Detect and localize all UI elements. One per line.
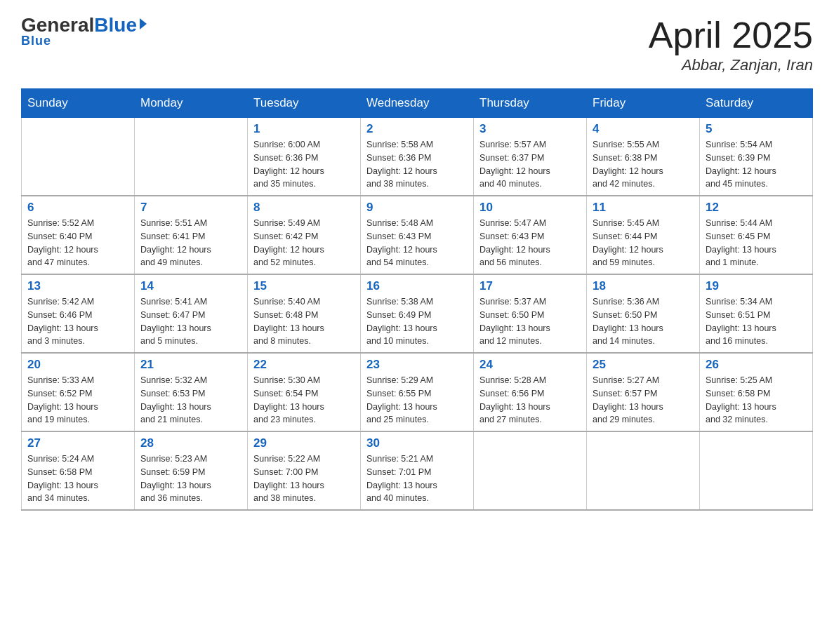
logo-underline: Blue [21, 34, 51, 48]
day-info-5: Sunrise: 5:54 AMSunset: 6:39 PMDaylight:… [706, 138, 807, 191]
header-wednesday: Wednesday [361, 89, 474, 118]
day-cell-15: 15Sunrise: 5:40 AMSunset: 6:48 PMDayligh… [248, 274, 361, 353]
day-info-14: Sunrise: 5:41 AMSunset: 6:47 PMDaylight:… [140, 295, 241, 348]
day-cell-6: 6Sunrise: 5:52 AMSunset: 6:40 PMDaylight… [22, 196, 135, 274]
header-saturday: Saturday [700, 89, 813, 118]
day-number-27: 27 [27, 436, 128, 450]
day-number-20: 20 [27, 358, 128, 372]
day-info-7: Sunrise: 5:51 AMSunset: 6:41 PMDaylight:… [140, 217, 241, 269]
calendar-table: SundayMondayTuesdayWednesdayThursdayFrid… [21, 88, 813, 511]
day-cell-2: 2Sunrise: 5:58 AMSunset: 6:36 PMDaylight… [361, 118, 474, 196]
day-info-24: Sunrise: 5:28 AMSunset: 6:56 PMDaylight:… [479, 374, 581, 427]
day-number-4: 4 [593, 122, 694, 136]
day-cell-21: 21Sunrise: 5:32 AMSunset: 6:53 PMDayligh… [135, 353, 248, 431]
day-number-17: 17 [479, 279, 581, 293]
day-number-25: 25 [593, 358, 694, 372]
day-number-19: 19 [706, 279, 807, 293]
day-cell-27: 27Sunrise: 5:24 AMSunset: 6:58 PMDayligh… [22, 431, 135, 510]
day-cell-20: 20Sunrise: 5:33 AMSunset: 6:52 PMDayligh… [22, 353, 135, 431]
day-number-18: 18 [593, 279, 694, 293]
day-number-16: 16 [366, 279, 468, 293]
day-number-10: 10 [479, 201, 581, 215]
day-cell-9: 9Sunrise: 5:48 AMSunset: 6:43 PMDaylight… [361, 196, 474, 274]
logo: General Blue Blue [21, 14, 147, 48]
day-cell-30: 30Sunrise: 5:21 AMSunset: 7:01 PMDayligh… [361, 431, 474, 510]
empty-cell [587, 431, 700, 510]
header-monday: Monday [135, 89, 248, 118]
day-info-25: Sunrise: 5:27 AMSunset: 6:57 PMDaylight:… [593, 374, 694, 427]
day-info-10: Sunrise: 5:47 AMSunset: 6:43 PMDaylight:… [479, 217, 581, 269]
day-cell-14: 14Sunrise: 5:41 AMSunset: 6:47 PMDayligh… [135, 274, 248, 353]
day-cell-18: 18Sunrise: 5:36 AMSunset: 6:50 PMDayligh… [587, 274, 700, 353]
day-number-21: 21 [140, 358, 241, 372]
day-number-29: 29 [253, 436, 355, 450]
day-info-11: Sunrise: 5:45 AMSunset: 6:44 PMDaylight:… [593, 217, 694, 269]
day-number-5: 5 [706, 122, 807, 136]
day-number-2: 2 [366, 122, 468, 136]
day-number-8: 8 [253, 201, 355, 215]
day-cell-1: 1Sunrise: 6:00 AMSunset: 6:36 PMDaylight… [248, 118, 361, 196]
day-info-12: Sunrise: 5:44 AMSunset: 6:45 PMDaylight:… [706, 217, 807, 269]
day-number-22: 22 [253, 358, 355, 372]
day-info-21: Sunrise: 5:32 AMSunset: 6:53 PMDaylight:… [140, 374, 241, 427]
week-row-3: 13Sunrise: 5:42 AMSunset: 6:46 PMDayligh… [22, 274, 813, 353]
empty-cell [474, 431, 587, 510]
day-number-26: 26 [706, 358, 807, 372]
day-info-16: Sunrise: 5:38 AMSunset: 6:49 PMDaylight:… [366, 295, 468, 348]
day-info-1: Sunrise: 6:00 AMSunset: 6:36 PMDaylight:… [253, 138, 355, 191]
day-number-12: 12 [706, 201, 807, 215]
day-info-13: Sunrise: 5:42 AMSunset: 6:46 PMDaylight:… [27, 295, 128, 348]
day-info-27: Sunrise: 5:24 AMSunset: 6:58 PMDaylight:… [27, 452, 128, 505]
week-row-5: 27Sunrise: 5:24 AMSunset: 6:58 PMDayligh… [22, 431, 813, 510]
day-info-28: Sunrise: 5:23 AMSunset: 6:59 PMDaylight:… [140, 452, 241, 505]
day-number-24: 24 [479, 358, 581, 372]
day-info-22: Sunrise: 5:30 AMSunset: 6:54 PMDaylight:… [253, 374, 355, 427]
day-number-3: 3 [479, 122, 581, 136]
day-number-28: 28 [140, 436, 241, 450]
day-cell-28: 28Sunrise: 5:23 AMSunset: 6:59 PMDayligh… [135, 431, 248, 510]
day-cell-29: 29Sunrise: 5:22 AMSunset: 7:00 PMDayligh… [248, 431, 361, 510]
day-info-8: Sunrise: 5:49 AMSunset: 6:42 PMDaylight:… [253, 217, 355, 269]
day-cell-24: 24Sunrise: 5:28 AMSunset: 6:56 PMDayligh… [474, 353, 587, 431]
day-number-14: 14 [140, 279, 241, 293]
day-cell-7: 7Sunrise: 5:51 AMSunset: 6:41 PMDaylight… [135, 196, 248, 274]
day-info-4: Sunrise: 5:55 AMSunset: 6:38 PMDaylight:… [593, 138, 694, 191]
header-sunday: Sunday [22, 89, 135, 118]
day-info-30: Sunrise: 5:21 AMSunset: 7:01 PMDaylight:… [366, 452, 468, 505]
day-number-9: 9 [366, 201, 468, 215]
day-cell-8: 8Sunrise: 5:49 AMSunset: 6:42 PMDaylight… [248, 196, 361, 274]
day-info-3: Sunrise: 5:57 AMSunset: 6:37 PMDaylight:… [479, 138, 581, 191]
logo-arrow-icon [140, 18, 147, 29]
day-number-15: 15 [253, 279, 355, 293]
day-number-11: 11 [593, 201, 694, 215]
empty-cell [700, 431, 813, 510]
day-number-1: 1 [253, 122, 355, 136]
day-cell-10: 10Sunrise: 5:47 AMSunset: 6:43 PMDayligh… [474, 196, 587, 274]
day-cell-26: 26Sunrise: 5:25 AMSunset: 6:58 PMDayligh… [700, 353, 813, 431]
day-number-13: 13 [27, 279, 128, 293]
location-title: Abbar, Zanjan, Iran [649, 56, 813, 74]
day-info-18: Sunrise: 5:36 AMSunset: 6:50 PMDaylight:… [593, 295, 694, 348]
calendar-header-row: SundayMondayTuesdayWednesdayThursdayFrid… [22, 89, 813, 118]
header-tuesday: Tuesday [248, 89, 361, 118]
header-friday: Friday [587, 89, 700, 118]
day-number-7: 7 [140, 201, 241, 215]
day-info-6: Sunrise: 5:52 AMSunset: 6:40 PMDaylight:… [27, 217, 128, 269]
empty-cell [135, 118, 248, 196]
day-info-17: Sunrise: 5:37 AMSunset: 6:50 PMDaylight:… [479, 295, 581, 348]
title-block: April 2025 Abbar, Zanjan, Iran [649, 14, 813, 74]
day-cell-3: 3Sunrise: 5:57 AMSunset: 6:37 PMDaylight… [474, 118, 587, 196]
day-cell-22: 22Sunrise: 5:30 AMSunset: 6:54 PMDayligh… [248, 353, 361, 431]
header-thursday: Thursday [474, 89, 587, 118]
day-cell-11: 11Sunrise: 5:45 AMSunset: 6:44 PMDayligh… [587, 196, 700, 274]
day-cell-16: 16Sunrise: 5:38 AMSunset: 6:49 PMDayligh… [361, 274, 474, 353]
day-number-30: 30 [366, 436, 468, 450]
day-info-20: Sunrise: 5:33 AMSunset: 6:52 PMDaylight:… [27, 374, 128, 427]
day-info-23: Sunrise: 5:29 AMSunset: 6:55 PMDaylight:… [366, 374, 468, 427]
day-cell-5: 5Sunrise: 5:54 AMSunset: 6:39 PMDaylight… [700, 118, 813, 196]
day-info-29: Sunrise: 5:22 AMSunset: 7:00 PMDaylight:… [253, 452, 355, 505]
day-number-23: 23 [366, 358, 468, 372]
day-cell-13: 13Sunrise: 5:42 AMSunset: 6:46 PMDayligh… [22, 274, 135, 353]
day-info-15: Sunrise: 5:40 AMSunset: 6:48 PMDaylight:… [253, 295, 355, 348]
page-header: General Blue Blue April 2025 Abbar, Zanj… [21, 14, 813, 74]
